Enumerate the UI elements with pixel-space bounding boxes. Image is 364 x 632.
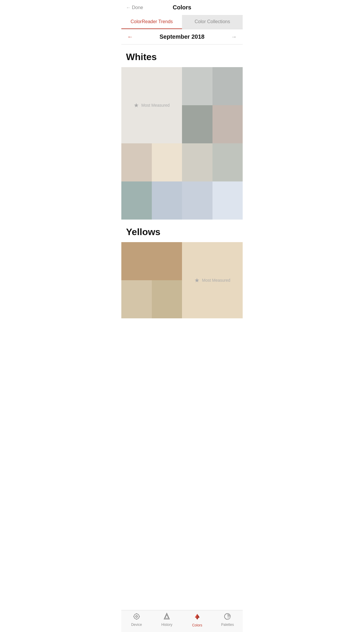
month-title: September 2018 [159,33,204,40]
tab-colorreader-trends[interactable]: ColorReader Trends [121,15,182,29]
whites-color-cell[interactable] [182,181,212,220]
scroll-content: Whites ★ Most Measured [121,45,243,342]
whites-color-cell[interactable] [212,181,243,220]
most-measured-badge: ★ Most Measured [134,102,169,109]
yellows-color-cell[interactable] [152,280,182,318]
yellows-bottom-row [121,280,182,318]
star-icon: ★ [194,277,200,284]
whites-color-cell[interactable] [121,181,152,220]
whites-bottom-row [121,181,243,220]
whites-color-cell[interactable] [152,143,182,181]
yellows-section: Yellows ★ Most Measured [121,220,243,318]
prev-month-button[interactable]: ← [127,33,133,40]
whites-color-cell[interactable] [212,105,243,143]
yellows-most-measured-badge: ★ Most Measured [194,277,230,284]
done-label: Done [132,5,143,10]
whites-color-cell[interactable] [182,105,212,143]
whites-label: Whites [121,45,243,67]
back-arrow-icon: ← [126,5,131,10]
whites-color-cell-large[interactable]: ★ Most Measured [121,67,182,143]
yellows-color-cell[interactable] [121,280,152,318]
yellows-color-cell-top[interactable] [121,242,182,280]
yellows-most-measured-label: Most Measured [202,278,230,283]
next-month-button[interactable]: → [231,33,237,40]
whites-color-grid: ★ Most Measured [121,67,243,181]
tab-bar: ColorReader Trends Color Collections [121,15,243,29]
whites-section: Whites ★ Most Measured [121,45,243,220]
page-title: Colors [173,4,191,11]
whites-color-cell[interactable] [182,143,212,181]
done-button[interactable]: ← Done [126,5,143,10]
whites-color-cell[interactable] [121,143,152,181]
month-navigator: ← September 2018 → [121,29,243,45]
tab-color-collections[interactable]: Color Collections [182,15,243,29]
yellows-label: Yellows [121,220,243,242]
whites-color-cell[interactable] [182,67,212,105]
star-icon: ★ [134,102,139,109]
whites-color-cell[interactable] [212,143,243,181]
yellows-left-col [121,242,182,318]
yellows-color-grid: ★ Most Measured [121,242,243,318]
app-header: ← Done Colors [121,0,243,15]
whites-color-cell[interactable] [212,67,243,105]
most-measured-label: Most Measured [141,103,169,108]
whites-color-cell[interactable] [152,181,182,220]
yellows-color-cell-large[interactable]: ★ Most Measured [182,242,243,318]
